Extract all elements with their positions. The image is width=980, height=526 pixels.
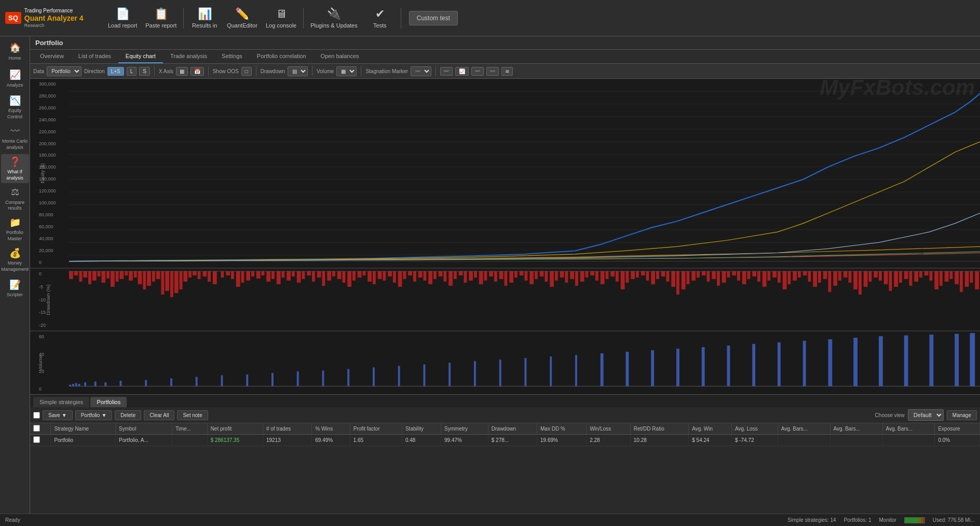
th-stability[interactable]: Stability bbox=[402, 423, 441, 435]
volume-chart-inner[interactable] bbox=[69, 331, 980, 394]
main-content: MyFxBots.com Portfolio Overview List of … bbox=[30, 36, 980, 514]
select-all-checkbox[interactable] bbox=[33, 412, 40, 419]
scripter-icon: 📝 bbox=[9, 279, 21, 291]
row-ret-dd: 10.28 bbox=[630, 435, 688, 446]
x-axis-btn1[interactable]: ▦ bbox=[176, 67, 188, 76]
th-max-dd[interactable]: Max DD % bbox=[537, 423, 587, 435]
th-symmetry[interactable]: Symmetry bbox=[441, 423, 488, 435]
sidebar-item-scripter[interactable]: 📝 Scripter bbox=[1, 276, 29, 302]
tests-button[interactable]: ✔ Tests bbox=[362, 3, 398, 34]
manage-button[interactable]: Manage bbox=[947, 410, 977, 420]
plugins-button[interactable]: 🔌 Plugins & Updates bbox=[306, 3, 362, 34]
svg-rect-199 bbox=[69, 385, 71, 386]
direction-l-button[interactable]: L bbox=[127, 67, 137, 76]
clear-all-button[interactable]: Clear All bbox=[144, 410, 174, 420]
sidebar-item-analyze[interactable]: 📈 Analyze bbox=[1, 66, 29, 92]
load-report-button[interactable]: 📄 Load report bbox=[104, 3, 141, 34]
th-wins[interactable]: % Wins bbox=[312, 423, 350, 435]
choose-view-select[interactable]: Default bbox=[908, 409, 944, 421]
portfolio-header: Portfolio bbox=[30, 36, 980, 50]
direction-ls-button[interactable]: L+S bbox=[107, 67, 124, 76]
bottom-tab-portfolios[interactable]: Portfolios bbox=[90, 397, 127, 407]
chart-type-btn1[interactable]: 〰 bbox=[440, 67, 453, 76]
delete-button[interactable]: Delete bbox=[115, 410, 141, 420]
svg-rect-132 bbox=[646, 271, 649, 281]
paste-report-button[interactable]: 📋 Paste report bbox=[141, 3, 181, 34]
sidebar-item-what-if[interactable]: ❓ What If analysis bbox=[1, 154, 29, 184]
chart-type-btn4[interactable]: 〰 bbox=[486, 67, 499, 76]
bottom-tab-simple-strategies[interactable]: Simple strategies bbox=[33, 397, 89, 407]
th-drawdown[interactable]: Drawdown bbox=[488, 423, 537, 435]
th-strategy-name[interactable]: Strategy Name bbox=[51, 423, 116, 435]
svg-rect-58 bbox=[271, 271, 275, 279]
paste-report-label: Paste report bbox=[145, 22, 176, 29]
th-profit-factor[interactable]: Profit factor bbox=[350, 423, 402, 435]
tab-portfolio-correlation[interactable]: Portfolio correlation bbox=[250, 50, 314, 63]
sidebar-item-money-management[interactable]: 💰 Money Management bbox=[1, 245, 29, 275]
th-net-profit[interactable]: Net profit bbox=[207, 423, 263, 435]
drawdown-chart-inner[interactable] bbox=[69, 269, 980, 331]
stagnation-select[interactable]: 〰 bbox=[411, 66, 431, 76]
header-checkbox[interactable] bbox=[33, 425, 40, 432]
svg-rect-238 bbox=[930, 335, 934, 386]
th-win-loss[interactable]: Win/Loss bbox=[587, 423, 631, 435]
results-in-button[interactable]: 📊 Results in bbox=[186, 3, 223, 34]
row-wins: 69.49% bbox=[312, 435, 350, 446]
svg-rect-87 bbox=[418, 271, 423, 278]
x-axis-btn2[interactable]: 📅 bbox=[190, 67, 204, 76]
strategies-table: Strategy Name Symbol Time... Net profit … bbox=[30, 423, 980, 446]
custom-test-button[interactable]: Custom test bbox=[409, 11, 458, 25]
svg-rect-125 bbox=[610, 271, 615, 276]
svg-rect-97 bbox=[469, 271, 473, 281]
volume-select[interactable]: ▦ bbox=[336, 66, 357, 76]
th-time[interactable]: Time... bbox=[172, 423, 208, 435]
sidebar-item-equity-control[interactable]: 📉 Equity Control bbox=[1, 93, 29, 122]
svg-rect-187 bbox=[924, 271, 929, 275]
tab-open-balances[interactable]: Open balances bbox=[314, 50, 366, 63]
th-avg-bars2[interactable]: Avg. Bars... bbox=[830, 423, 882, 435]
th-ret-dd[interactable]: Ret/DD Ratio bbox=[630, 423, 688, 435]
sidebar-item-monte-carlo[interactable]: 〰 Monte Carlo analysis bbox=[1, 123, 29, 153]
set-note-button[interactable]: Set note bbox=[177, 410, 208, 420]
chart-type-btn5[interactable]: ≋ bbox=[501, 67, 513, 76]
th-avg-loss[interactable]: Avg. Loss bbox=[731, 423, 778, 435]
table-row[interactable]: Portfolio Portfolio, A... $ 286137.35 19… bbox=[30, 435, 980, 446]
th-avg-bars1[interactable]: Avg. Bars... bbox=[778, 423, 830, 435]
chart-type-btn2[interactable]: 📈 bbox=[455, 67, 469, 76]
tab-list-of-trades[interactable]: List of trades bbox=[71, 50, 118, 63]
equity-chart-inner[interactable] bbox=[69, 79, 980, 268]
sidebar-item-compare[interactable]: ⚖ Compare results bbox=[1, 184, 29, 214]
portfolio-button[interactable]: Portfolio ▼ bbox=[75, 410, 113, 420]
th-avg-win[interactable]: Avg. Win bbox=[689, 423, 732, 435]
svg-rect-160 bbox=[788, 271, 791, 284]
svg-rect-228 bbox=[676, 349, 679, 386]
svg-rect-208 bbox=[170, 379, 172, 386]
svg-rect-164 bbox=[808, 271, 811, 282]
svg-rect-150 bbox=[737, 271, 740, 281]
direction-s-button[interactable]: S bbox=[139, 67, 150, 76]
sidebar-item-portfolio-master[interactable]: 📁 Portfolio Master bbox=[1, 215, 29, 244]
th-exposure[interactable]: Exposure bbox=[935, 423, 980, 435]
svg-rect-144 bbox=[707, 271, 710, 282]
svg-rect-119 bbox=[580, 271, 584, 282]
row-check[interactable] bbox=[33, 436, 40, 443]
th-trades[interactable]: # of trades bbox=[263, 423, 311, 435]
log-console-button[interactable]: 🖥 Log console bbox=[262, 3, 301, 34]
svg-rect-72 bbox=[343, 271, 346, 283]
quant-editor-button[interactable]: ✏️ QuantEditor bbox=[223, 3, 262, 34]
svg-rect-128 bbox=[626, 271, 629, 283]
th-avg-bars3[interactable]: Avg. Bars... bbox=[882, 423, 935, 435]
v-y-40: 40 bbox=[39, 352, 69, 357]
tab-equity-chart[interactable]: Equity chart bbox=[118, 50, 163, 63]
data-select[interactable]: Portfolio bbox=[47, 66, 81, 76]
save-button[interactable]: Save ▼ bbox=[43, 410, 73, 420]
drawdown-select[interactable]: ▤ bbox=[288, 66, 308, 76]
tab-overview[interactable]: Overview bbox=[33, 50, 71, 63]
tab-settings[interactable]: Settings bbox=[214, 50, 250, 63]
svg-rect-83 bbox=[398, 271, 402, 287]
th-symbol[interactable]: Symbol bbox=[116, 423, 172, 435]
show-oos-toggle[interactable]: □ bbox=[241, 67, 252, 76]
sidebar-item-home[interactable]: 🏠 Home bbox=[1, 39, 29, 65]
chart-type-btn3[interactable]: 〰 bbox=[471, 67, 484, 76]
tab-trade-analysis[interactable]: Trade analysis bbox=[163, 50, 214, 63]
